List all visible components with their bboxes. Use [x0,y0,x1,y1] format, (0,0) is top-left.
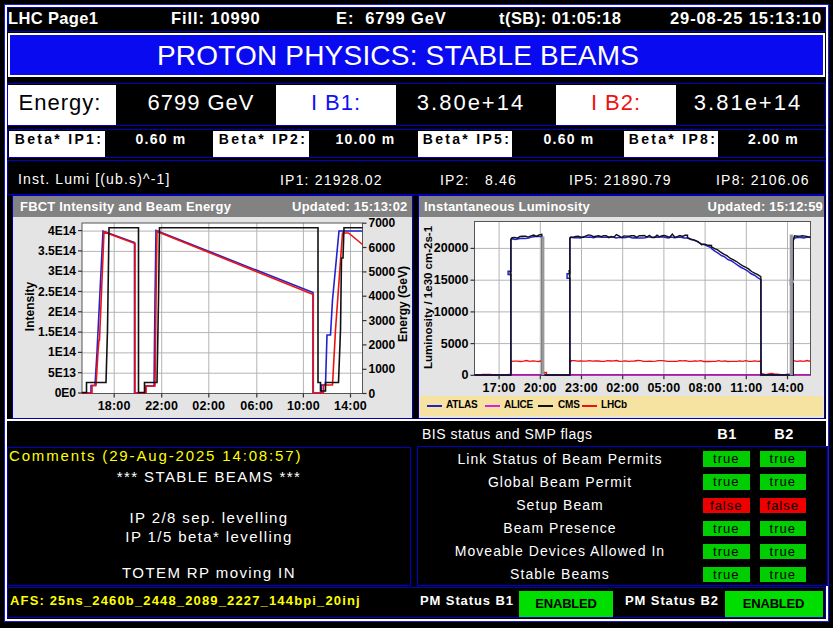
svg-text:06:00: 06:00 [240,398,273,412]
svg-text:4000: 4000 [369,289,396,303]
svg-text:11:00: 11:00 [730,381,762,395]
svg-text:Intensity: Intensity [23,281,37,331]
svg-text:2.5E14: 2.5E14 [38,284,76,298]
svg-text:10000: 10000 [434,304,469,318]
svg-text:0: 0 [462,368,469,382]
svg-text:0E0: 0E0 [55,386,77,400]
svg-text:5E13: 5E13 [48,365,76,379]
svg-text:3.5E14: 3.5E14 [38,243,76,257]
svg-text:02:00: 02:00 [606,381,639,395]
svg-text:14:00: 14:00 [334,398,367,412]
svg-text:18:00: 18:00 [98,398,131,412]
svg-text:1000: 1000 [369,362,396,376]
svg-text:5000: 5000 [369,264,396,278]
svg-text:14:00: 14:00 [771,381,804,395]
svg-text:08:00: 08:00 [689,381,722,395]
svg-text:4E14: 4E14 [48,223,76,237]
svg-text:22:00: 22:00 [145,398,178,412]
svg-text:3000: 3000 [369,313,396,327]
svg-text:0: 0 [369,386,376,400]
svg-text:6000: 6000 [369,240,396,254]
svg-text:2000: 2000 [369,337,396,351]
svg-text:23:00: 23:00 [565,381,598,395]
svg-text:2E14: 2E14 [48,304,76,318]
svg-text:20:00: 20:00 [524,381,557,395]
svg-text:5000: 5000 [441,336,469,350]
svg-text:17:00: 17:00 [483,381,516,395]
svg-text:10:00: 10:00 [287,398,320,412]
svg-text:Luminosity / 1e30 cm-2s-1: Luminosity / 1e30 cm-2s-1 [422,225,434,369]
svg-text:02:00: 02:00 [192,398,225,412]
svg-text:1E14: 1E14 [48,345,76,359]
svg-text:1.5E14: 1.5E14 [38,325,76,339]
svg-text:3E14: 3E14 [48,264,76,278]
svg-text:05:00: 05:00 [647,381,680,395]
svg-text:15000: 15000 [434,273,469,287]
svg-text:20000: 20000 [434,241,469,255]
svg-text:Energy (GeV): Energy (GeV) [396,265,410,341]
svg-text:7000: 7000 [369,217,396,230]
